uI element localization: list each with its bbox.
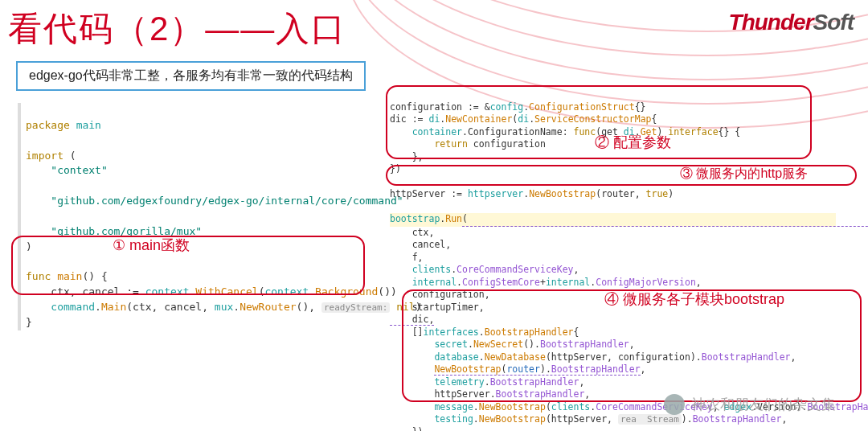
- wechat-icon: [664, 394, 685, 415]
- watermark: 神农和朋友们的杂文集: [664, 394, 836, 415]
- left-code-block: package main import ( "context" "github.…: [18, 103, 387, 330]
- annotation-3: ③ 微服务内的http服务: [680, 166, 808, 183]
- subtitle-box: edgex-go代码非常工整，各服务均有非常一致的代码结构: [16, 61, 366, 91]
- watermark-text: 神农和朋友们的杂文集: [691, 395, 836, 414]
- annotation-2: ② 配置参数: [595, 133, 671, 152]
- logo-sub: Soft: [813, 10, 854, 35]
- brand-logo: ThunderSoft: [729, 10, 854, 35]
- annotation-4: ④ 微服务各子模块bootstrap: [604, 289, 784, 309]
- logo-main: Thunder: [729, 10, 813, 35]
- slide-title: 看代码（2）——入口: [8, 6, 346, 51]
- annotation-1: ① main函数: [113, 236, 190, 255]
